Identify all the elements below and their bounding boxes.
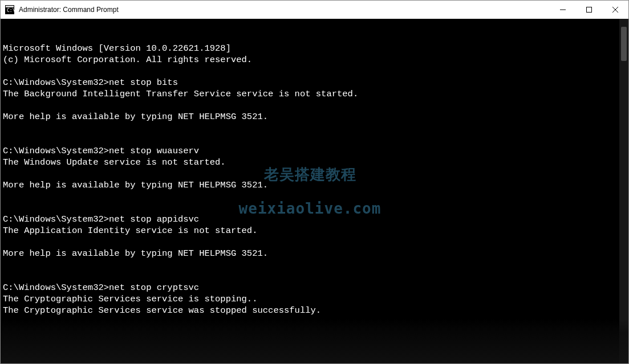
terminal-line: The Background Intelligent Transfer Serv… <box>3 88 617 100</box>
window-title: Administrator: Command Prompt <box>19 6 550 14</box>
scrollbar-thumb[interactable] <box>621 27 627 61</box>
titlebar[interactable]: C:\ Administrator: Command Prompt <box>1 1 628 19</box>
terminal-line: C:\Windows\System32>net stop cryptsvc <box>3 282 617 293</box>
terminal-line: (c) Microsoft Corporation. All rights re… <box>3 54 617 66</box>
terminal-line <box>3 66 617 77</box>
terminal-line: More help is available by typing NET HEL… <box>3 179 617 191</box>
terminal-area: Microsoft Windows [Version 10.0.22621.19… <box>1 19 628 363</box>
cmd-window: C:\ Administrator: Command Prompt Micros… <box>0 0 629 364</box>
terminal-output[interactable]: Microsoft Windows [Version 10.0.22621.19… <box>1 19 619 363</box>
terminal-line <box>3 122 617 134</box>
terminal-line <box>3 316 617 328</box>
terminal-line: The Windows Update service is not starte… <box>3 157 617 168</box>
terminal-line: C:\Windows\System32>net stop bits <box>3 77 617 88</box>
svg-text:C:\: C:\ <box>7 8 14 13</box>
close-button[interactable] <box>602 1 628 19</box>
terminal-line <box>3 191 617 202</box>
terminal-line <box>3 202 617 214</box>
terminal-line <box>3 259 617 271</box>
terminal-line: The Cryptographic Services service was s… <box>3 305 617 316</box>
terminal-line: C:\Windows\System32>net stop appidsvc <box>3 214 617 225</box>
svg-rect-5 <box>587 7 592 13</box>
terminal-line: C:\Windows\System32>net stop wuauserv <box>3 145 617 157</box>
terminal-line: Microsoft Windows [Version 10.0.22621.19… <box>3 43 617 54</box>
terminal-line <box>3 100 617 111</box>
terminal-line: More help is available by typing NET HEL… <box>3 111 617 122</box>
terminal-line <box>3 271 617 282</box>
terminal-line <box>3 236 617 248</box>
vertical-scrollbar[interactable] <box>619 19 628 363</box>
minimize-button[interactable] <box>550 1 576 19</box>
terminal-line: More help is available by typing NET HEL… <box>3 248 617 259</box>
terminal-line <box>3 168 617 179</box>
svg-rect-1 <box>6 6 14 7</box>
terminal-line <box>3 134 617 145</box>
cmd-icon: C:\ <box>5 5 14 14</box>
window-controls <box>550 1 628 19</box>
terminal-line: The Cryptographic Services service is st… <box>3 293 617 305</box>
terminal-line: The Application Identity service is not … <box>3 225 617 236</box>
maximize-button[interactable] <box>576 1 602 19</box>
terminal-line <box>3 328 617 339</box>
